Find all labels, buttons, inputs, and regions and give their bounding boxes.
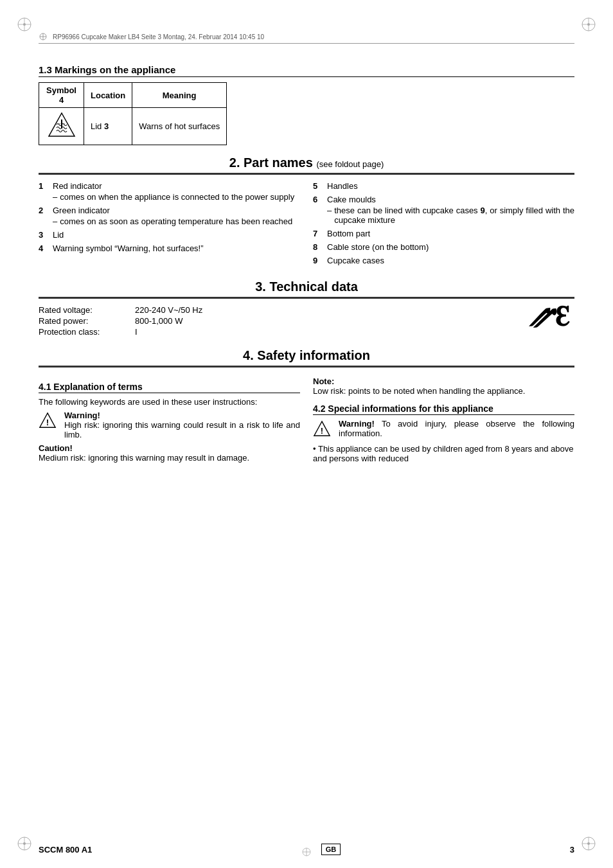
tech-label-voltage: Rated voltage: (39, 305, 122, 315)
table-header-meaning: Meaning (132, 83, 227, 108)
section-42-warning-desc: To avoid injury, please observe the foll… (339, 419, 574, 438)
table-cell-symbol: ~~~ (39, 108, 84, 145)
svg-text:!: ! (46, 418, 49, 427)
part-names-columns: 1 Red indicator –comes on when the appli… (39, 181, 574, 269)
tech-row-protection: Protection class: I (39, 327, 529, 337)
part-names-right: 5 Handles 6 Cake moulds –these can be li… (313, 181, 574, 269)
section-2: 2. Part names (see foldout page) 1 Red i… (39, 155, 574, 269)
warning-label: Warning! (64, 411, 100, 420)
section-42-bullet-text: This appliance can be used by children a… (313, 444, 573, 463)
page: RP96966 Cupcake Maker LB4 Seite 3 Montag… (0, 0, 613, 868)
tech-value-protection: I (135, 327, 529, 337)
svg-point-11 (23, 842, 26, 845)
list-item: 9 Cupcake cases (313, 256, 574, 265)
section-42-warning-icon: ! (313, 420, 333, 440)
table-header-location: Location (84, 83, 132, 108)
section-3: 3. Technical data Rated voltage: 220-240… (39, 279, 574, 338)
section-2-sub: (see foldout page) (316, 159, 384, 169)
list-item: 8 Cable store (on the bottom) (313, 242, 574, 252)
footer: SCCM 800 A1 GB 3 (39, 844, 574, 855)
svg-point-15 (587, 842, 590, 845)
footer-model: SCCM 800 A1 (39, 845, 92, 855)
part-names-left: 1 Red indicator –comes on when the appli… (39, 181, 300, 269)
list-item: 6 Cake moulds –these can be lined with c… (313, 195, 574, 225)
main-content: 1.3 Markings on the appliance Symbol 4 L… (39, 51, 574, 817)
tech-data-area: Rated voltage: 220-240 V~/50 Hz Rated po… (39, 305, 574, 338)
section-13: 1.3 Markings on the appliance Symbol 4 L… (39, 64, 574, 145)
ce-mark: 𝀄ℇ (529, 301, 568, 332)
table-header-symbol: Symbol 4 (39, 83, 84, 108)
section-3-heading: 3. Technical data (255, 279, 358, 294)
tech-row-voltage: Rated voltage: 220-240 V~/50 Hz (39, 305, 529, 315)
section-4: 4. Safety information 4.1 Explanation of… (39, 348, 574, 463)
table-cell-location: Lid 3 (84, 108, 132, 145)
warning-block: ! Warning! High risk: ignoring this warn… (39, 411, 300, 439)
section-42-warning-text: Warning! To avoid injury, please observe… (339, 419, 574, 438)
section-2-heading: 2. Part names (see foldout page) (229, 155, 384, 170)
caution-block: Caution! Medium risk: ignoring this warn… (39, 443, 300, 463)
section-42-bullet: • This appliance can be used by children… (313, 444, 574, 463)
section-3-rule (39, 297, 574, 299)
list-item: 5 Handles (313, 181, 574, 191)
note-text: Low risk: points to be noted when handli… (313, 386, 525, 396)
tech-data-rows: Rated voltage: 220-240 V~/50 Hz Rated po… (39, 305, 529, 338)
svg-point-7 (587, 23, 590, 26)
section-42-warning-label: Warning! (339, 419, 375, 429)
warning-content: Warning! High risk: ignoring this warnin… (64, 411, 300, 439)
section-42-warning: ! Warning! To avoid injury, please obser… (313, 419, 574, 440)
list-item: 7 Bottom part (313, 229, 574, 238)
tech-label-power: Rated power: (39, 316, 122, 326)
header-text: RP96966 Cupcake Maker LB4 Seite 3 Montag… (53, 33, 264, 40)
table-cell-meaning: Warns of hot surfaces (132, 108, 227, 145)
section-41-col: 4.1 Explanation of terms The following k… (39, 374, 300, 463)
caution-label: Caution! (39, 443, 73, 453)
corner-mark-bl (12, 831, 37, 856)
note-block: Note: Low risk: points to be noted when … (313, 376, 574, 396)
warning-desc: High risk: ignoring this warning could r… (64, 420, 300, 439)
caution-text: Medium risk: ignoring this warning may r… (39, 453, 249, 463)
tech-value-power: 800-1,000 W (135, 316, 529, 326)
list-item: 1 Red indicator –comes on when the appli… (39, 181, 300, 202)
corner-mark-tl (12, 12, 37, 37)
note-label: Note: (313, 376, 334, 386)
footer-country: GB (321, 844, 341, 855)
list-item: 2 Green indicator –comes on as soon as o… (39, 206, 300, 226)
warning-icon: ! (39, 412, 59, 432)
svg-point-3 (23, 23, 26, 26)
tech-row-power: Rated power: 800-1,000 W (39, 316, 529, 326)
section-42-col: Note: Low risk: points to be noted when … (313, 374, 574, 463)
section-4-heading: 4. Safety information (243, 348, 370, 362)
markings-table: Symbol 4 Location Meaning (39, 82, 227, 145)
corner-mark-tr (576, 12, 601, 37)
section-4-rule (39, 366, 574, 368)
footer-page: 3 (570, 845, 574, 855)
section-41: 4.1 Explanation of terms The following k… (39, 382, 300, 463)
header-bar: RP96966 Cupcake Maker LB4 Seite 3 Montag… (39, 32, 574, 44)
section-41-intro: The following keywords are used in these… (39, 397, 300, 407)
section-2-rule (39, 173, 574, 175)
safety-columns: 4.1 Explanation of terms The following k… (39, 374, 574, 463)
svg-text:!: ! (321, 426, 323, 436)
tech-label-protection: Protection class: (39, 327, 122, 337)
corner-mark-br (576, 831, 601, 856)
table-lid-bold: 3 (104, 121, 109, 131)
section-13-heading: 1.3 Markings on the appliance (39, 64, 574, 77)
section-41-heading: 4.1 Explanation of terms (39, 382, 300, 393)
section-42-heading: 4.2 Special informations for this applia… (313, 403, 574, 415)
tech-value-voltage: 220-240 V~/50 Hz (135, 305, 529, 315)
list-item: 3 Lid (39, 230, 300, 240)
list-item: 4 Warning symbol “Warning, hot surfaces!… (39, 244, 300, 253)
section-42: 4.2 Special informations for this applia… (313, 403, 574, 463)
